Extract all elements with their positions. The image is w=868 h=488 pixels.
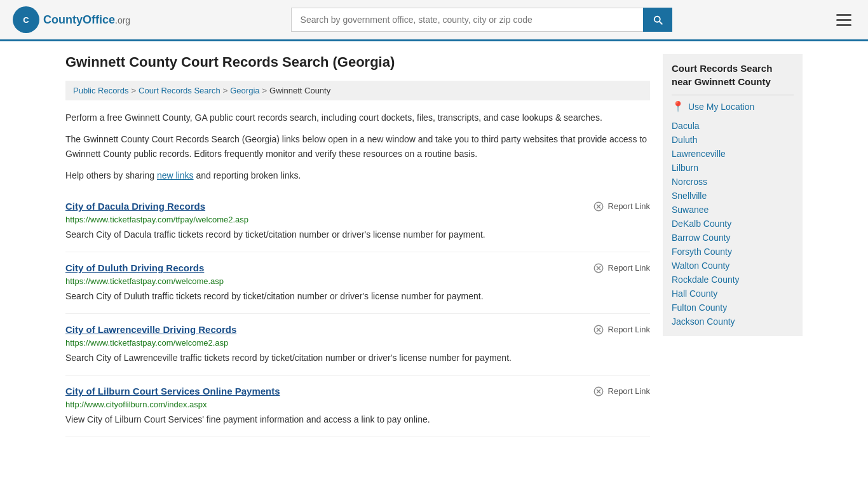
record-title-3[interactable]: City of Lilburn Court Services Online Pa… [65,386,280,396]
breadcrumb-court-records[interactable]: Court Records Search [139,86,220,95]
record-url-2[interactable]: https://www.ticketfastpay.com/welcome2.a… [65,338,650,348]
record-url-3[interactable]: http://www.cityoflilburn.com/index.aspx [65,400,650,409]
logo-icon: C [13,6,39,33]
record-item: City of Duluth Driving Records Report Li… [65,252,650,314]
logo-text: CountyOffice.org [43,13,130,27]
sidebar-link-item: Jackson County [672,315,794,329]
description-2: The Gwinnett County Court Records Search… [65,132,650,161]
sidebar-link-1[interactable]: Duluth [672,135,697,145]
sidebar: Court Records Search near Gwinnett Count… [663,54,803,437]
sidebar-link-item: Rockdale County [672,273,794,287]
record-url-1[interactable]: https://www.ticketfastpay.com/welcome.as… [65,276,650,286]
use-my-location-row: 📍 Use My Location [672,100,794,112]
record-item: City of Lawrenceville Driving Records Re… [65,314,650,376]
search-area [291,8,672,32]
sidebar-link-item: Lawrenceville [672,147,794,161]
sidebar-link-item: Suwanee [672,203,794,217]
breadcrumb-sep-1: > [131,86,136,95]
content-area: Gwinnett County Court Records Search (Ge… [65,54,650,437]
sidebar-link-item: Dacula [672,119,794,133]
record-title-2[interactable]: City of Lawrenceville Driving Records [65,324,236,335]
record-url-0[interactable]: https://www.ticketfastpay.com/tfpay/welc… [65,215,650,224]
sidebar-link-10[interactable]: Walton County [672,261,729,271]
sidebar-link-14[interactable]: Jackson County [672,316,735,327]
search-icon [652,14,663,25]
breadcrumb-georgia[interactable]: Georgia [230,86,259,95]
hamburger-menu-button[interactable] [832,10,855,30]
record-desc-0: Search City of Dacula traffic tickets re… [65,228,650,241]
sidebar-link-13[interactable]: Fulton County [672,302,727,313]
sidebar-link-item: Duluth [672,133,794,147]
report-icon-3 [593,386,604,397]
sidebar-link-item: DeKalb County [672,217,794,231]
sidebar-link-4[interactable]: Norcross [672,177,707,187]
sidebar-box: Court Records Search near Gwinnett Count… [663,54,803,336]
sidebar-link-item: Snellville [672,189,794,203]
description-3: Help others by sharing new links and rep… [65,168,650,182]
report-icon-2 [593,324,604,336]
sidebar-link-3[interactable]: Lilburn [672,163,698,173]
use-my-location-link[interactable]: Use My Location [688,102,754,112]
description-1: Perform a free Gwinnett County, GA publi… [65,111,650,125]
report-label-1: Report Link [608,263,650,273]
sidebar-link-7[interactable]: DeKalb County [672,219,731,229]
record-item: City of Dacula Driving Records Report Li… [65,191,650,252]
breadcrumb: Public Records > Court Records Search > … [65,81,650,100]
report-icon-1 [593,262,604,274]
sidebar-link-9[interactable]: Forsyth County [672,247,732,257]
main-wrapper: Gwinnett County Court Records Search (Ge… [53,41,815,450]
record-desc-2: Search City of Lawrenceville traffic tic… [65,351,650,365]
sidebar-links: DaculaDuluthLawrencevilleLilburnNorcross… [672,119,794,329]
breadcrumb-gwinnett: Gwinnett County [269,86,330,95]
record-title-1[interactable]: City of Duluth Driving Records [65,262,204,273]
sidebar-link-item: Walton County [672,259,794,273]
sidebar-link-6[interactable]: Suwanee [672,205,709,215]
sidebar-link-12[interactable]: Hall County [672,288,717,299]
report-link-3[interactable]: Report Link [593,386,650,397]
sidebar-link-item: Barrow County [672,231,794,245]
new-links-link[interactable]: new links [157,170,194,180]
record-desc-3: View City of Lilburn Court Services' fin… [65,413,650,426]
logo-area: C CountyOffice.org [13,6,130,33]
report-icon-0 [593,201,604,212]
sidebar-link-item: Fulton County [672,301,794,315]
breadcrumb-sep-2: > [223,86,228,95]
sidebar-link-11[interactable]: Rockdale County [672,274,740,285]
search-input[interactable] [291,8,643,32]
menu-line-1 [836,14,851,16]
sidebar-link-2[interactable]: Lawrenceville [672,149,726,159]
report-link-2[interactable]: Report Link [593,324,650,336]
sidebar-link-0[interactable]: Dacula [672,121,700,131]
breadcrumb-public-records[interactable]: Public Records [73,86,128,95]
sidebar-link-8[interactable]: Barrow County [672,233,731,243]
description-3-suffix: and reporting broken links. [194,170,301,180]
report-label-2: Report Link [608,325,650,334]
sidebar-link-item: Lilburn [672,161,794,175]
records-list: City of Dacula Driving Records Report Li… [65,191,650,437]
page-title: Gwinnett County Court Records Search (Ge… [65,54,650,71]
location-icon: 📍 [672,100,684,112]
sidebar-link-5[interactable]: Snellville [672,191,707,201]
search-button[interactable] [643,8,672,32]
report-link-0[interactable]: Report Link [593,201,650,212]
sidebar-link-item: Hall County [672,287,794,301]
report-label-0: Report Link [608,201,650,211]
menu-line-2 [836,19,851,21]
breadcrumb-sep-3: > [262,86,268,95]
record-desc-1: Search City of Duluth traffic tickets re… [65,290,650,303]
record-title-0[interactable]: City of Dacula Driving Records [65,201,205,212]
sidebar-link-item: Forsyth County [672,245,794,259]
site-header: C CountyOffice.org [0,0,868,41]
report-link-1[interactable]: Report Link [593,262,650,274]
sidebar-title: Court Records Search near Gwinnett Count… [672,62,794,88]
menu-line-3 [836,24,851,26]
sidebar-divider [672,95,794,95]
record-item: City of Lilburn Court Services Online Pa… [65,376,650,437]
svg-text:C: C [23,15,29,25]
description-3-prefix: Help others by sharing [65,170,157,180]
sidebar-link-item: Norcross [672,175,794,189]
report-label-3: Report Link [608,386,650,396]
